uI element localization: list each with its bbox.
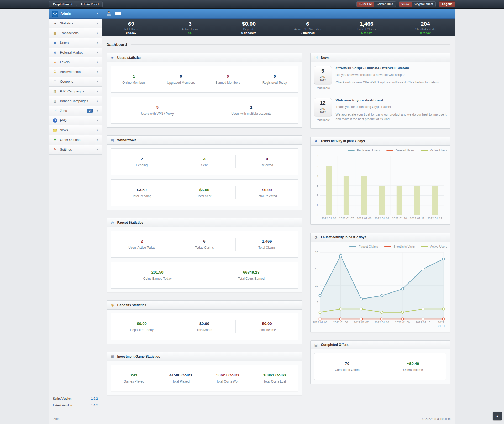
stat-value: $0.00 [176, 321, 233, 326]
stat-box: $3.50 Total Pending $6.50 Total Sent $0.… [111, 179, 298, 206]
svg-text:5: 5 [316, 164, 318, 167]
sidebar-item-other-options[interactable]: ✚ Other Options ▼ [49, 135, 102, 145]
sidebar-item-banner-campaigns[interactable]: ▥ Banner Campaigns ▼ [49, 96, 102, 106]
chevron-down-icon: ▼ [96, 109, 99, 112]
svg-text:2022-01-07: 2022-01-07 [339, 217, 354, 220]
svg-text:15: 15 [315, 267, 318, 270]
sidebar-admin-label: Admin [61, 12, 94, 15]
topstat-label: Active Today [182, 28, 198, 31]
panel-title: Faucet Statistics [117, 221, 143, 224]
users-icon: ☻ [110, 56, 115, 60]
avatar-icon[interactable] [107, 11, 111, 16]
topstat-active-today: 3 Active Today 4% [161, 19, 219, 36]
chevron-down-icon: ▼ [96, 119, 99, 122]
svg-text:2022-01-06: 2022-01-06 [333, 321, 348, 324]
stat-games-played: 243 Games Played [111, 371, 158, 385]
page: Admin ▼ ☁ Statistics ▼ ▤ Transactions ▼ … [49, 9, 455, 424]
topstat-value: 1,466 [360, 21, 374, 27]
sidebar-item-achievements[interactable]: ✪ Achievements ▼ [49, 67, 102, 77]
news-title[interactable]: Welcome to your dashboard [336, 98, 447, 102]
sidebar-item-transactions[interactable]: ▤ Transactions ▼ [49, 28, 102, 38]
stat-label: Total Pending [113, 194, 170, 198]
script-version-value: 1.0.2 [91, 397, 98, 400]
sidebar-item-coupons[interactable]: ▢ Coupons ▼ [49, 77, 102, 87]
message-icon[interactable] [116, 12, 121, 15]
chevron-down-icon: ▼ [96, 71, 99, 73]
content: Dashboard ☻ Users statistics [102, 36, 455, 405]
read-more-link[interactable]: Read more [316, 118, 330, 122]
sidebar-item-statistics[interactable]: ☁ Statistics ▼ [49, 19, 102, 28]
sidebar-item-label: Other Options [60, 138, 94, 142]
copyright-text: © 2022 CrFaucet.com [422, 417, 451, 420]
ptc-campaigns-icon: ▦ [53, 89, 57, 94]
list-icon: ▤ [314, 343, 318, 347]
stat-value: 201.50 [113, 270, 202, 274]
sidebar-item-referral-market[interactable]: ☻ Referral Market ▼ [49, 48, 102, 57]
sidebar-item-faq[interactable]: ? FAQ ▼ [49, 116, 102, 125]
chevron-down-icon: ▼ [96, 41, 99, 44]
stat-label: Users with VPN / Proxy [113, 112, 202, 116]
legend-label: Active Users [430, 149, 447, 152]
stat-deposited-today: $0.00 Deposited Today [111, 320, 173, 333]
users-icon: ☻ [314, 139, 318, 143]
sidebar-item-news[interactable]: News ▼ [49, 125, 102, 135]
legend-label: Deleted Users [396, 149, 415, 152]
stat-users-vpn-proxy: 5 Users with VPN / Proxy [111, 104, 204, 117]
sidebar-item-levels[interactable]: ★ Levels ▼ [49, 57, 102, 67]
stat-value: 0 [254, 74, 296, 78]
users-icon: ☻ [53, 40, 57, 45]
topstat-value: 6 [306, 21, 309, 27]
svg-text:2022-01-05: 2022-01-05 [312, 321, 327, 324]
sidebar-item-settings[interactable]: ✎ Settings ▼ [49, 145, 102, 155]
stat-value: $3.50 [113, 187, 170, 192]
stat-sent: 3 Sent [173, 155, 235, 168]
levels-icon: ★ [53, 60, 57, 65]
chevron-right-icon [75, 3, 78, 6]
stat-label: Registered Today [254, 81, 296, 85]
logout-button[interactable]: Logout [439, 1, 455, 7]
panel-title: Completed Offers [321, 343, 349, 347]
sidebar-item-jobs[interactable]: ☑ Jobs 2 ▼ [49, 106, 102, 116]
faq-icon: ? [53, 118, 57, 123]
stat-coins-earned-today: 201.50 Coins Earned Today [111, 269, 204, 282]
svg-text:2022-01-11: 2022-01-11 [410, 217, 424, 220]
read-more-link[interactable]: Read more [316, 86, 330, 90]
sidebar-item-ptc-campaigns[interactable]: ▦ PTC Campaigns ▼ [49, 87, 102, 96]
stat-this-month: $0.00 This Month [173, 320, 235, 333]
news-text: Thank you for purchasing CryptoFaucet [336, 104, 447, 109]
server-time-value: 15:20 PM [357, 2, 374, 7]
power-icon [52, 11, 58, 17]
stat-users-multiple-accounts: 2 Users with multiple accounts [204, 104, 298, 117]
chevron-down-icon: ▼ [96, 90, 99, 93]
stat-total-sent: $6.50 Total Sent [173, 186, 235, 199]
chevron-down-icon: ▼ [96, 148, 99, 151]
sidebar-item-label: Referral Market [60, 51, 94, 54]
stat-value: 1,466 [238, 239, 295, 243]
news-title[interactable]: OfferWall Script - Ultimate Offerwall Sy… [336, 66, 447, 70]
header-toolbar [102, 9, 455, 19]
chevron-down-icon: ▼ [96, 22, 99, 25]
server-time-badge: 15:20 PM Server Time [356, 1, 396, 7]
panel-faucet-activity-chart: ◷ Faucet activity in past 7 days Faucet … [310, 233, 450, 332]
sidebar-item-admin[interactable]: Admin ▼ [49, 9, 102, 19]
document-icon: ▤ [110, 138, 115, 142]
version-badge: v1.0.2 CryptoFaucet [399, 1, 436, 7]
stat-box: 1 Online Members 0 Upgraded Members 0 [111, 66, 298, 93]
clock-icon: ◷ [110, 221, 115, 224]
svg-text:4: 4 [316, 174, 318, 177]
stat-label: Total Coins Earned [207, 277, 296, 280]
svg-text:2022-01-07: 2022-01-07 [354, 321, 368, 324]
stat-label: Games Played [113, 380, 155, 383]
breadcrumb-admin-panel[interactable]: Admin Panel [81, 3, 99, 6]
stat-value: 243 [113, 373, 155, 377]
store-link[interactable]: Store [54, 417, 60, 420]
stat-total-rejected: $0.00 Total Rejected [235, 186, 298, 199]
svg-text:2022-01-12: 2022-01-12 [427, 217, 442, 220]
stat-total-played: 41588 Coins Total Played [157, 371, 204, 385]
top-stats-band: 69 Total Users 0 today 3 Active Today 4%… [102, 19, 455, 36]
main: 69 Total Users 0 today 3 Active Today 4%… [102, 9, 455, 414]
scroll-to-top-button[interactable]: ▲ [493, 412, 502, 420]
breadcrumb-cryptofaucet[interactable]: CryptoFaucet [53, 3, 72, 6]
news-item: 12 JAN 2022 Read more Welcome to your da… [311, 94, 450, 128]
sidebar-item-users[interactable]: ☻ Users ▼ [49, 38, 102, 48]
